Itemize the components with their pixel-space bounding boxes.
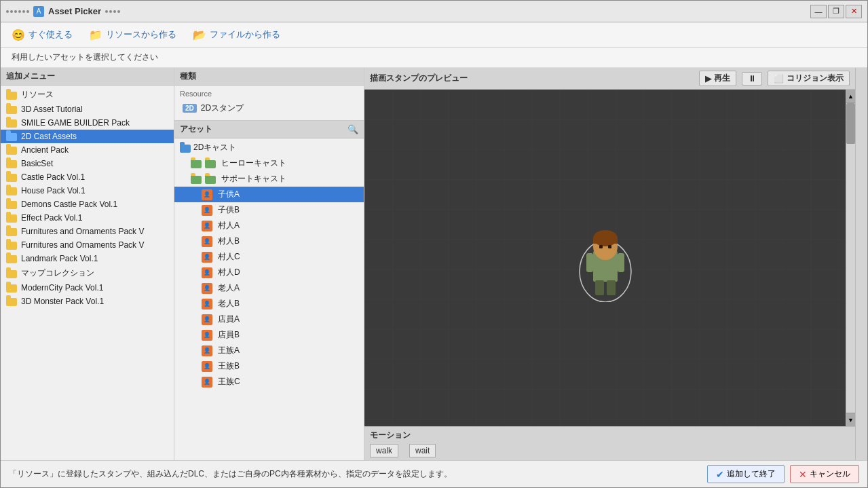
from-file-label: ファイルから作る [210, 29, 280, 41]
folder-icon-demons [6, 201, 17, 209]
from-resource-button[interactable]: 📁 リソースから作る [86, 26, 179, 43]
asset-item-murabito-d[interactable]: 👤 村人D [174, 265, 364, 280]
sidebar-item-house[interactable]: House Pack Vol.1 [1, 184, 174, 198]
folder-icon-ancient [6, 147, 17, 155]
asset-item-murabito-c[interactable]: 👤 村人C [174, 249, 364, 265]
sidebar-item-moderncity[interactable]: ModernCity Pack Vol.1 [1, 281, 174, 295]
sidebar-label-house: House Pack Vol.1 [21, 186, 86, 195]
dot5 [22, 10, 25, 13]
asset-item-murabito-a[interactable]: 👤 村人A [174, 218, 364, 233]
asset-label-murabito-a: 村人A [218, 220, 240, 231]
sidebar-item-castle[interactable]: Castle Pack Vol.1 [1, 170, 174, 184]
minimize-button[interactable]: — [810, 5, 827, 18]
char-icon-kodomo-a: 👤 [202, 189, 212, 200]
scrollbar-down[interactable]: ▼ [846, 413, 855, 426]
dot4 [18, 10, 21, 13]
search-icon[interactable]: 🔍 [347, 124, 358, 134]
motion-walk[interactable]: walk [370, 444, 398, 457]
sidebar-item-smile[interactable]: SMILE GAME BUILDER Pack [1, 116, 174, 130]
add-and-exit-button[interactable]: ✔ 追加して終了 [707, 465, 785, 483]
asset-item-roujin-a[interactable]: 👤 老人A [174, 280, 364, 296]
dot2 [10, 10, 13, 13]
subtitle-bar: 利用したいアセットを選択してください [1, 48, 867, 68]
quick-use-button[interactable]: 😊 すぐ使える [9, 26, 75, 43]
file-icon: 📂 [193, 28, 206, 41]
asset-label-support: サポートキャスト [221, 173, 286, 185]
asset-item-ohzoku-a[interactable]: 👤 王族A [174, 343, 364, 358]
add-btn-label: 追加して終了 [727, 468, 776, 480]
folder-icon-2dcast-root [180, 145, 191, 153]
sidebar-item-landmark[interactable]: Landmark Pack Vol.1 [1, 252, 174, 265]
sidebar-item-ancient[interactable]: Ancient Pack [1, 143, 174, 157]
asset-header: アセット 🔍 [174, 121, 364, 138]
stamp-item[interactable]: 2D 2Dスタンプ [180, 100, 358, 116]
close-button[interactable]: ✕ [846, 5, 862, 18]
motion-items: walk wait [370, 444, 850, 457]
scrollbar-up[interactable]: ▲ [846, 90, 855, 103]
sidebar-item-map[interactable]: マップコレクション [1, 265, 174, 281]
collision-button[interactable]: ⬜ コリジョン表示 [768, 71, 850, 86]
asset-item-ohzoku-b[interactable]: 👤 王族B [174, 358, 364, 374]
sidebar-item-furniture1[interactable]: Furnitures and Ornaments Pack V [1, 225, 174, 238]
asset-item-tenin-a[interactable]: 👤 店員A [174, 312, 364, 327]
char-icon-ohzoku-a: 👤 [202, 345, 212, 356]
asset-item-support[interactable]: サポートキャスト [174, 171, 364, 187]
folder-icon-landmark [6, 255, 17, 263]
sidebar-item-resource[interactable]: リソース [1, 87, 174, 102]
sidebar-label-castle: Castle Pack Vol.1 [21, 172, 85, 182]
scrollbar-thumb[interactable] [846, 103, 855, 144]
asset-item-kodomo-a[interactable]: 👤 子供A [174, 187, 364, 202]
folder-icon-2dcast [6, 133, 17, 141]
dot8 [109, 10, 112, 13]
asset-label-hero: ヒーローキャスト [221, 157, 286, 169]
sidebar-item-demons[interactable]: Demons Castle Pack Vol.1 [1, 198, 174, 211]
sidebar-item-furniture2[interactable]: Furnitures and Ornaments Pack V [1, 238, 174, 252]
restore-button[interactable]: ❐ [828, 5, 844, 18]
sidebar-item-2dcast[interactable]: 2D Cast Assets [1, 130, 174, 143]
folder-icon-house [6, 187, 17, 195]
sidebar-item-3dasset[interactable]: 3D Asset Tutorial [1, 102, 174, 116]
sidebar-label-map: マップコレクション [21, 267, 94, 279]
preview-scrollbar[interactable]: ▲ ▼ [846, 90, 855, 426]
asset-item-tenin-b[interactable]: 👤 店員B [174, 327, 364, 343]
folder-icon-hero [191, 160, 202, 168]
play-button[interactable]: ▶ 再生 [699, 71, 736, 86]
asset-item-2dcast[interactable]: 2Dキャスト [174, 140, 364, 155]
asset-label-2dcast: 2Dキャスト [193, 142, 236, 153]
mid-panel: 種類 Resource 2D 2Dスタンプ アセット 🔍 2Dキャスト [174, 68, 364, 460]
far-right-panel: 描 字 [855, 68, 867, 460]
dot1 [6, 10, 9, 13]
folder-icon-3dasset [6, 106, 17, 114]
folder-icon-monster [6, 298, 17, 306]
asset-label-murabito-c: 村人C [218, 251, 240, 263]
sidebar-label-moderncity: ModernCity Pack Vol.1 [21, 283, 103, 293]
dot7 [105, 10, 108, 13]
play-icon: ▶ [705, 74, 711, 83]
cancel-button[interactable]: ✕ キャンセル [790, 465, 859, 483]
toolbar: 😊 すぐ使える 📁 リソースから作る 📂 ファイルから作る [1, 22, 867, 48]
asset-item-kodomo-b[interactable]: 👤 子供B [174, 202, 364, 218]
titlebar-left: A Asset Picker [6, 6, 120, 17]
dot3 [14, 10, 17, 13]
asset-item-roujin-b[interactable]: 👤 老人B [174, 296, 364, 312]
sidebar-item-monster[interactable]: 3D Monster Pack Vol.1 [1, 295, 174, 308]
asset-item-ohzoku-c[interactable]: 👤 王族C [174, 374, 364, 390]
char-icon-ohzoku-b: 👤 [202, 361, 212, 372]
svg-rect-9 [595, 280, 604, 295]
folder-icon-effect [6, 214, 17, 223]
sidebar-item-basicset[interactable]: BasicSet [1, 157, 174, 170]
asset-item-murabito-b[interactable]: 👤 村人B [174, 233, 364, 249]
pause-button[interactable]: ⏸ [742, 72, 762, 86]
preview-and-scrollbar: ▲ ▼ [364, 90, 855, 426]
window-title: Asset Picker [48, 6, 101, 16]
app-icon: A [33, 6, 44, 17]
preview-title: 描画スタンプのプレビュー [370, 73, 468, 84]
asset-item-hero[interactable]: ヒーローキャスト [174, 155, 364, 171]
sidebar-item-effect[interactable]: Effect Pack Vol.1 [1, 211, 174, 225]
asset-label-roujin-a: 老人A [218, 282, 240, 294]
from-file-button[interactable]: 📂 ファイルから作る [190, 26, 283, 43]
motion-wait[interactable]: wait [409, 444, 436, 457]
asset-label-murabito-d: 村人D [218, 267, 240, 278]
folder-icon-smile [6, 119, 17, 128]
category-list: リソース 3D Asset Tutorial SMILE GAME BUILDE… [1, 86, 174, 460]
